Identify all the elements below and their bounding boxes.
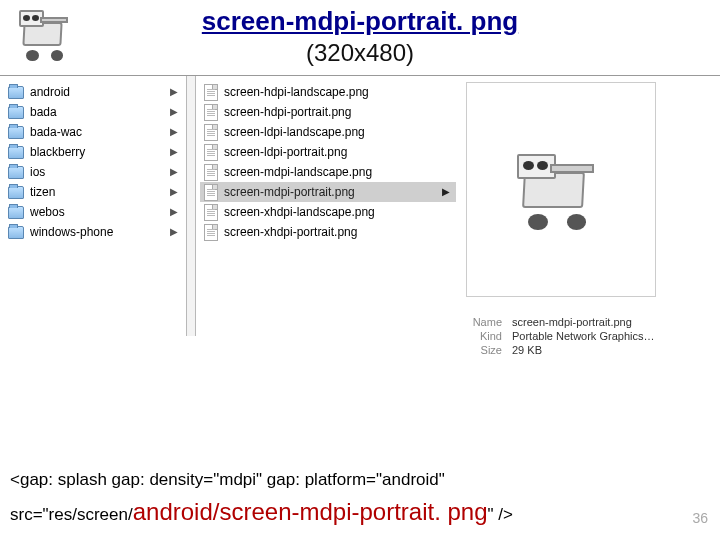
folder-row[interactable]: bada-wac▶ <box>4 122 184 142</box>
file-icon <box>204 164 218 181</box>
file-row[interactable]: screen-mdpi-landscape.png <box>200 162 456 182</box>
preview-thumbnail <box>466 82 656 297</box>
file-icon <box>204 144 218 161</box>
page-title: screen-mdpi-portrait. png <box>0 6 720 37</box>
file-row[interactable]: screen-xhdpi-landscape.png <box>200 202 456 222</box>
info-name-value: screen-mdpi-portrait.png <box>512 316 632 328</box>
code-snippet: <gap: splash gap: density="mdpi" gap: pl… <box>10 470 660 526</box>
finder-column-view: android▶bada▶bada-wac▶blackberry▶ios▶tiz… <box>0 75 720 345</box>
chevron-right-icon: ▶ <box>170 222 178 242</box>
file-row[interactable]: screen-hdpi-landscape.png <box>200 82 456 102</box>
chevron-right-icon: ▶ <box>170 122 178 142</box>
folder-row[interactable]: webos▶ <box>4 202 184 222</box>
code-highlight: android/screen-mdpi-portrait. png <box>133 498 488 525</box>
preview-info: Namescreen-mdpi-portrait.png KindPortabl… <box>462 314 712 356</box>
folder-row[interactable]: blackberry▶ <box>4 142 184 162</box>
file-row[interactable]: screen-mdpi-portrait.png▶ <box>200 182 456 202</box>
file-label: screen-ldpi-portrait.png <box>224 142 347 162</box>
folder-icon <box>8 206 24 219</box>
info-name-label: Name <box>462 316 502 328</box>
folder-row[interactable]: tizen▶ <box>4 182 184 202</box>
folder-label: webos <box>30 202 65 222</box>
chevron-right-icon: ▶ <box>442 182 450 202</box>
folder-row[interactable]: android▶ <box>4 82 184 102</box>
folder-row[interactable]: windows-phone▶ <box>4 222 184 242</box>
folder-column: android▶bada▶bada-wac▶blackberry▶ios▶tiz… <box>4 82 184 322</box>
file-row[interactable]: screen-hdpi-portrait.png <box>200 102 456 122</box>
folder-icon <box>8 106 24 119</box>
chevron-right-icon: ▶ <box>170 202 178 222</box>
info-size-label: Size <box>462 344 502 356</box>
file-icon <box>204 184 218 201</box>
page-subtitle: (320x480) <box>0 39 720 67</box>
chevron-right-icon: ▶ <box>170 162 178 182</box>
folder-label: android <box>30 82 70 102</box>
folder-label: windows-phone <box>30 222 113 242</box>
info-kind-value: Portable Network Graphics… <box>512 330 654 342</box>
file-label: screen-hdpi-portrait.png <box>224 102 351 122</box>
folder-label: ios <box>30 162 45 182</box>
robot-icon <box>12 4 82 64</box>
folder-label: blackberry <box>30 142 85 162</box>
file-label: screen-hdpi-landscape.png <box>224 82 369 102</box>
file-row[interactable]: screen-ldpi-landscape.png <box>200 122 456 142</box>
preview-column: Namescreen-mdpi-portrait.png KindPortabl… <box>458 82 716 322</box>
chevron-right-icon: ▶ <box>170 142 178 162</box>
folder-icon <box>8 86 24 99</box>
file-label: screen-mdpi-portrait.png <box>224 182 355 202</box>
code-line-2: src="res/screen/android/screen-mdpi-port… <box>10 498 660 526</box>
code-line-1: <gap: splash gap: density="mdpi" gap: pl… <box>10 470 660 490</box>
folder-row[interactable]: ios▶ <box>4 162 184 182</box>
folder-label: tizen <box>30 182 55 202</box>
file-row[interactable]: screen-ldpi-portrait.png <box>200 142 456 162</box>
file-icon <box>204 104 218 121</box>
page-number: 36 <box>692 510 708 526</box>
file-icon <box>204 204 218 221</box>
file-row[interactable]: screen-xhdpi-portrait.png <box>200 222 456 242</box>
folder-label: bada-wac <box>30 122 82 142</box>
file-icon <box>204 84 218 101</box>
file-label: screen-xhdpi-landscape.png <box>224 202 375 222</box>
chevron-right-icon: ▶ <box>170 182 178 202</box>
folder-icon <box>8 166 24 179</box>
file-label: screen-ldpi-landscape.png <box>224 122 365 142</box>
info-kind-label: Kind <box>462 330 502 342</box>
file-label: screen-xhdpi-portrait.png <box>224 222 357 242</box>
folder-icon <box>8 186 24 199</box>
folder-icon <box>8 146 24 159</box>
folder-icon <box>8 126 24 139</box>
info-size-value: 29 KB <box>512 344 542 356</box>
chevron-right-icon: ▶ <box>170 102 178 122</box>
chevron-right-icon: ▶ <box>170 82 178 102</box>
folder-row[interactable]: bada▶ <box>4 102 184 122</box>
column-divider[interactable] <box>186 76 196 336</box>
folder-label: bada <box>30 102 57 122</box>
file-label: screen-mdpi-landscape.png <box>224 162 372 182</box>
file-icon <box>204 224 218 241</box>
file-icon <box>204 124 218 141</box>
code-prefix: src="res/screen/ <box>10 505 133 524</box>
code-suffix: " /> <box>488 505 513 524</box>
file-column: screen-hdpi-landscape.pngscreen-hdpi-por… <box>200 82 456 322</box>
folder-icon <box>8 226 24 239</box>
